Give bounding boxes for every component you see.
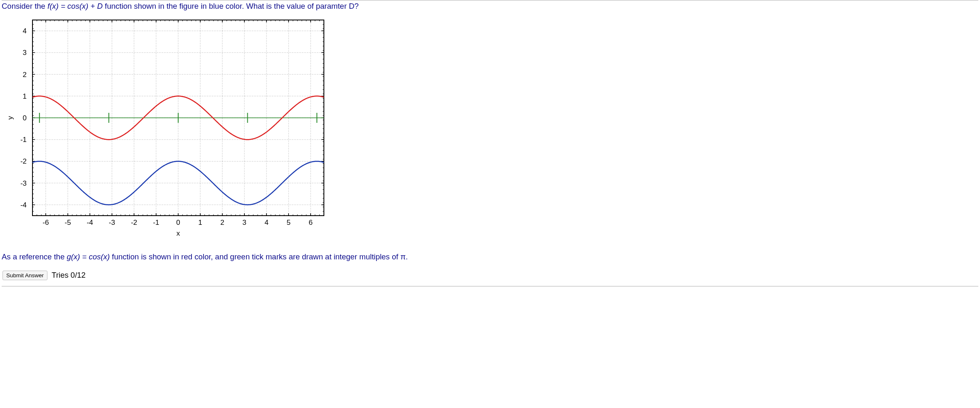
chart-figure: -6-5-4-3-2-10123456-4-3-2-101234xy xyxy=(2,16,978,245)
svg-text:3: 3 xyxy=(23,49,27,57)
svg-text:2: 2 xyxy=(23,71,27,79)
function-g: g(x) = cos(x) xyxy=(67,252,109,261)
svg-text:-3: -3 xyxy=(109,219,115,226)
svg-text:-2: -2 xyxy=(131,219,137,226)
svg-text:3: 3 xyxy=(242,219,246,226)
question-text: Consider the f(x) = cos(x) + D function … xyxy=(2,0,978,16)
svg-text:y: y xyxy=(6,116,14,119)
svg-text:-4: -4 xyxy=(20,201,27,209)
submit-answer-button[interactable]: Submit Answer xyxy=(2,271,47,280)
svg-text:-1: -1 xyxy=(153,219,159,226)
svg-text:4: 4 xyxy=(23,27,27,35)
svg-text:1: 1 xyxy=(198,219,202,226)
svg-text:-6: -6 xyxy=(42,219,49,226)
svg-text:x: x xyxy=(177,229,180,237)
svg-text:0: 0 xyxy=(23,114,27,122)
svg-text:-3: -3 xyxy=(20,179,27,187)
svg-text:6: 6 xyxy=(308,219,312,226)
svg-text:-4: -4 xyxy=(87,219,93,226)
tries-counter: Tries 0/12 xyxy=(52,271,86,280)
svg-text:-5: -5 xyxy=(65,219,71,226)
svg-text:2: 2 xyxy=(220,219,224,226)
svg-text:1: 1 xyxy=(23,92,27,100)
function-f: f(x) = cos(x) + D xyxy=(47,2,103,10)
reference-text: As a reference the g(x) = cos(x) functio… xyxy=(2,245,978,269)
svg-text:-2: -2 xyxy=(20,157,27,165)
svg-text:5: 5 xyxy=(286,219,290,226)
svg-text:-1: -1 xyxy=(20,136,27,144)
svg-text:4: 4 xyxy=(264,219,268,226)
svg-text:0: 0 xyxy=(176,219,180,226)
